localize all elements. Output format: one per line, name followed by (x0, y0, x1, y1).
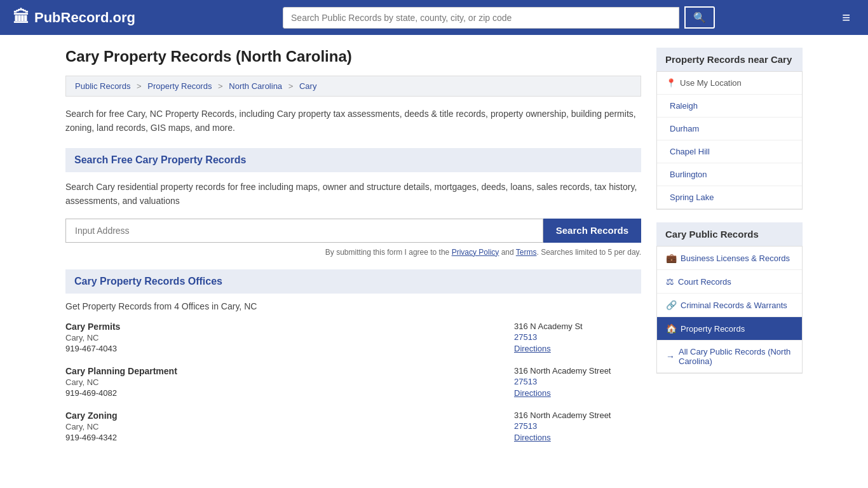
public-records-item-icon: 🔗 (666, 300, 677, 310)
terms-prefix: By submitting this form I agree to the (325, 248, 452, 257)
breadcrumb-public-records[interactable]: Public Records (75, 81, 130, 91)
logo-icon: 🏛 (13, 8, 29, 27)
nearby-item[interactable]: Durham (657, 118, 802, 140)
nearby-section: Property Records near Cary 📍Use My Locat… (656, 48, 803, 210)
office-entry: Cary Planning Department Cary, NC 919-46… (65, 366, 641, 398)
breadcrumb-sep-2: > (218, 81, 223, 91)
nearby-item-label: Chapel Hill (670, 147, 710, 156)
breadcrumb-north-carolina[interactable]: North Carolina (229, 81, 282, 91)
nearby-item[interactable]: 📍Use My Location (657, 72, 802, 95)
public-records-header: Cary Public Records (656, 222, 803, 247)
nearby-item[interactable]: Spring Lake (657, 186, 802, 209)
nearby-item-label: Spring Lake (670, 193, 714, 202)
office-right: 316 N Academy St 27513 Directions (514, 322, 641, 353)
search-description: Search Cary residential property records… (65, 180, 641, 208)
public-records-item-icon: ⚖ (666, 276, 674, 287)
content-area: Cary Property Records (North Carolina) P… (65, 48, 641, 455)
office-entry: Cary Permits Cary, NC 919-467-4043 316 N… (65, 322, 641, 353)
header-search-button[interactable]: 🔍 (684, 6, 715, 29)
site-header: 🏛 PubRecord.org 🔍 ≡ (0, 0, 868, 35)
nearby-item-label: Use My Location (680, 78, 742, 88)
nearby-list: 📍Use My LocationRaleighDurhamChapel Hill… (656, 72, 803, 210)
office-phone: 919-469-4342 (65, 433, 514, 442)
office-directions-link[interactable]: Directions (514, 388, 551, 398)
office-right: 316 North Academy Street 27513 Direction… (514, 366, 641, 398)
public-records-item[interactable]: 🏠Property Records (657, 317, 802, 341)
public-records-item-icon: 🏠 (666, 323, 677, 334)
breadcrumb-sep-3: > (288, 81, 294, 91)
nearby-item-label: Raleigh (670, 101, 698, 111)
nearby-item-label: Burlington (670, 170, 707, 179)
public-records-item-label: Property Records (681, 324, 745, 334)
public-records-item-icon: 💼 (666, 253, 677, 263)
office-zip: 27513 (514, 421, 641, 431)
public-records-section: Cary Public Records 💼Business Licenses &… (656, 222, 803, 374)
address-input[interactable] (65, 219, 543, 243)
offices-section-header: Cary Property Records Offices (65, 269, 641, 294)
public-records-item[interactable]: 🔗Criminal Records & Warrants (657, 294, 802, 317)
public-records-item-label: All Cary Public Records (North Carolina) (679, 347, 793, 366)
office-directions-link[interactable]: Directions (514, 344, 551, 353)
office-left: Cary Planning Department Cary, NC 919-46… (65, 366, 514, 398)
breadcrumb: Public Records > Property Records > Nort… (65, 76, 641, 97)
nearby-item-icon: 📍 (666, 78, 676, 88)
offices-subtitle: Get Property Records from 4 Offices in C… (65, 301, 641, 311)
search-records-button[interactable]: Search Records (543, 219, 641, 243)
search-section-header: Search Free Cary Property Records (65, 148, 641, 172)
header-menu-button[interactable]: ≡ (837, 7, 855, 29)
public-records-item-icon: → (666, 351, 675, 362)
office-zip: 27513 (514, 332, 641, 342)
header-search-input[interactable] (283, 7, 679, 29)
public-records-item[interactable]: ⚖Court Records (657, 270, 802, 294)
office-phone: 919-469-4082 (65, 388, 514, 398)
public-records-list: 💼Business Licenses & Records⚖Court Recor… (656, 247, 803, 374)
nearby-header: Property Records near Cary (656, 48, 803, 72)
sidebar: Property Records near Cary 📍Use My Locat… (656, 48, 803, 455)
breadcrumb-sep-1: > (137, 81, 142, 91)
office-right: 316 North Academy Street 27513 Direction… (514, 410, 641, 442)
breadcrumb-property-records[interactable]: Property Records (147, 81, 212, 91)
office-city: Cary, NC (65, 377, 514, 387)
site-logo[interactable]: 🏛 PubRecord.org (13, 8, 135, 27)
office-address: 316 N Academy St (514, 322, 641, 331)
terms-link[interactable]: Terms (516, 248, 537, 257)
office-city: Cary, NC (65, 422, 514, 431)
logo-text: PubRecord.org (34, 10, 135, 26)
office-name: Cary Planning Department (65, 366, 514, 376)
breadcrumb-cary[interactable]: Cary (299, 81, 316, 91)
office-address: 316 North Academy Street (514, 410, 641, 420)
terms-limit: . Searches limited to 5 per day. (536, 248, 641, 257)
office-name: Cary Zoning (65, 410, 514, 421)
privacy-policy-link[interactable]: Privacy Policy (452, 248, 499, 257)
office-phone: 919-467-4043 (65, 344, 514, 353)
office-address: 316 North Academy Street (514, 366, 641, 376)
nearby-item[interactable]: Burlington (657, 163, 802, 186)
terms-and: and (499, 248, 515, 257)
nearby-item-label: Durham (670, 124, 699, 133)
office-entry: Cary Zoning Cary, NC 919-469-4342 316 No… (65, 410, 641, 442)
office-name: Cary Permits (65, 322, 514, 332)
office-zip: 27513 (514, 377, 641, 386)
public-records-item-label: Criminal Records & Warrants (681, 301, 787, 310)
page-title: Cary Property Records (North Carolina) (65, 48, 641, 65)
public-records-item-label: Business Licenses & Records (681, 254, 790, 263)
office-left: Cary Permits Cary, NC 919-467-4043 (65, 322, 514, 353)
public-records-item[interactable]: 💼Business Licenses & Records (657, 247, 802, 270)
office-directions-link[interactable]: Directions (514, 433, 551, 442)
search-form: Search Records (65, 219, 641, 243)
nearby-item[interactable]: Raleigh (657, 95, 802, 118)
header-search-area: 🔍 (283, 6, 715, 29)
page-description: Search for free Cary, NC Property Record… (65, 107, 641, 135)
offices-container: Cary Permits Cary, NC 919-467-4043 316 N… (65, 322, 641, 442)
office-left: Cary Zoning Cary, NC 919-469-4342 (65, 410, 514, 442)
form-terms: By submitting this form I agree to the P… (65, 248, 641, 257)
public-records-item[interactable]: →All Cary Public Records (North Carolina… (657, 341, 802, 373)
public-records-item-label: Court Records (678, 277, 731, 287)
office-city: Cary, NC (65, 333, 514, 342)
main-container: Cary Property Records (North Carolina) P… (53, 35, 815, 468)
nearby-item[interactable]: Chapel Hill (657, 140, 802, 163)
